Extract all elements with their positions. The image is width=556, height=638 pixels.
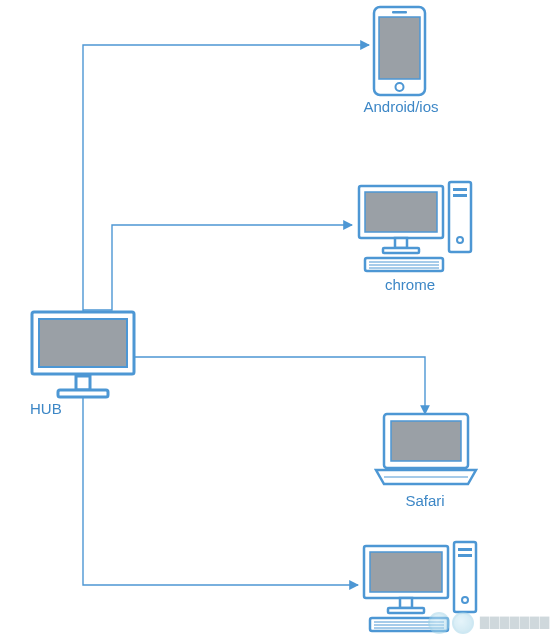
mobile-label: Android/ios	[356, 98, 446, 115]
diagram-canvas: HUB Android/ios	[0, 0, 556, 638]
svg-rect-28	[370, 552, 442, 592]
watermark: ▇▇▇▇▇▇▇	[428, 612, 550, 634]
svg-rect-7	[392, 11, 407, 14]
hub-monitor-icon	[30, 310, 136, 400]
svg-rect-3	[58, 390, 108, 397]
svg-rect-9	[453, 188, 467, 191]
mobile-icon	[372, 5, 427, 97]
svg-rect-30	[388, 608, 424, 613]
svg-rect-29	[400, 598, 412, 608]
svg-rect-25	[458, 554, 472, 557]
svg-rect-5	[379, 17, 420, 79]
desktop-chrome-label: chrome	[380, 276, 440, 293]
hub-label: HUB	[30, 400, 62, 417]
svg-rect-8	[449, 182, 471, 252]
svg-rect-10	[453, 194, 467, 197]
svg-rect-14	[395, 238, 407, 248]
laptop-safari-label: Safari	[400, 492, 450, 509]
svg-rect-2	[76, 376, 90, 390]
laptop-safari-icon	[370, 410, 482, 490]
svg-rect-13	[365, 192, 437, 232]
svg-rect-21	[391, 421, 461, 461]
svg-rect-23	[454, 542, 476, 612]
svg-rect-1	[39, 319, 127, 367]
desktop-chrome-icon	[355, 180, 475, 275]
svg-rect-15	[383, 248, 419, 253]
svg-rect-24	[458, 548, 472, 551]
